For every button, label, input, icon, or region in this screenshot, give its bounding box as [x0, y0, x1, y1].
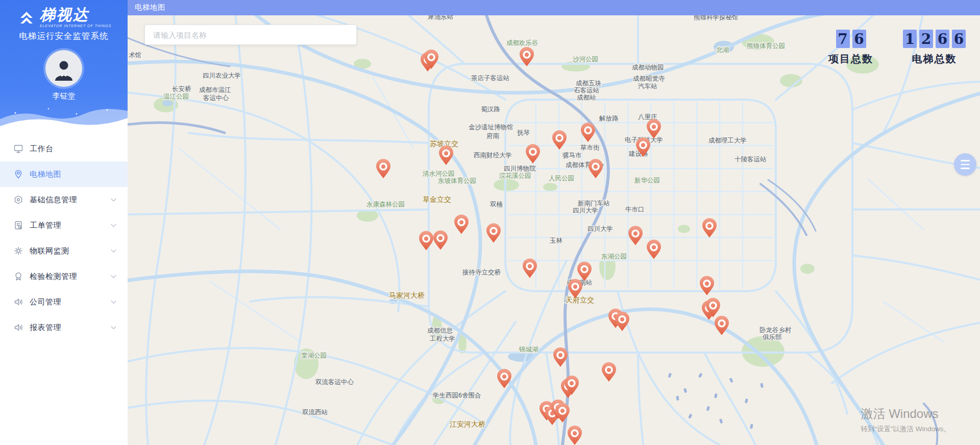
- user-icon: [48, 53, 79, 84]
- brand-subtitle: ELEVATOR INTERNET OF THINGS: [40, 24, 111, 28]
- map-label: 熊猫科学探秘馆: [694, 15, 739, 21]
- stat-projects: 76项目总数: [828, 30, 873, 66]
- sidebar-item-work-order[interactable]: 工单管理: [0, 213, 128, 238]
- map-label: 接待寺立交桥: [462, 269, 501, 276]
- map-label: 解放路: [599, 115, 619, 122]
- system-name: 电梯运行安全监管系统: [0, 31, 128, 42]
- map-label: 茶店子客运站: [471, 75, 510, 82]
- speaker-icon: [13, 322, 23, 333]
- hex-target-icon: [13, 195, 23, 205]
- map-label: 草市街: [580, 144, 600, 151]
- chevron-down-icon: [111, 326, 116, 330]
- map-label: 江安河大桥: [450, 420, 485, 428]
- map-label: 四川农业大学: [203, 72, 241, 79]
- chevron-down-icon: [111, 275, 116, 278]
- badge-icon: [13, 271, 23, 282]
- sidebar-menu: 工作台电梯地图基础信息管理工单管理物联网监测检验检测管理公司管理报表管理: [0, 132, 128, 340]
- map-menu-button[interactable]: [954, 153, 976, 176]
- map-label: 成都欢乐谷: [506, 39, 538, 46]
- stat-digit: 6: [952, 30, 966, 48]
- map-label: 工程大学: [430, 335, 455, 342]
- sidebar-item-workbench[interactable]: 工作台: [0, 136, 128, 161]
- sidebar-item-label: 电梯地图: [30, 170, 61, 179]
- stat-digit: 1: [903, 30, 917, 48]
- map-label: 新南门车站: [578, 200, 610, 207]
- map-label: 成都信息: [427, 327, 453, 334]
- wave-decoration: [0, 106, 128, 132]
- sidebar-item-label: 工单管理: [30, 221, 61, 230]
- chevron-down-icon: [111, 224, 116, 227]
- page-title: 电梯地图: [135, 3, 165, 12]
- map-label: 成都站: [577, 94, 596, 101]
- map-label: 十陵客运站: [734, 156, 767, 163]
- sidebar-item-label: 报表管理: [30, 323, 61, 333]
- map-label: 成都五块: [576, 80, 601, 87]
- map-label: 牛市口: [625, 206, 645, 213]
- stat-digit: 2: [919, 30, 933, 48]
- chevron-down-icon: [111, 249, 116, 253]
- map-label: 术馆: [129, 52, 141, 59]
- map-label: 双楠: [490, 201, 503, 208]
- doc-search-icon: [13, 220, 23, 230]
- map-label: 抚琴: [517, 129, 530, 136]
- map-label: 四川大学: [587, 225, 613, 232]
- stats-panel: 76项目总数1266电梯总数: [828, 30, 966, 66]
- map-label: 马家河大桥: [389, 291, 425, 299]
- stat-digit: 6: [936, 30, 949, 48]
- map-area: 术馆四川农业大学长安桥成都市温江客运中心温江公园犀浦东站成都欢乐谷沙河公园熊猫科…: [128, 15, 980, 445]
- map-label: 四川大学: [573, 207, 598, 214]
- map-label: 汽车站: [638, 83, 657, 90]
- map-label: 锦城湖: [519, 346, 538, 353]
- map-label: 成都动物园: [632, 64, 664, 71]
- avatar[interactable]: [45, 50, 82, 87]
- map-label: 清水河公园: [423, 170, 455, 177]
- sidebar-item-report[interactable]: 报表管理: [0, 315, 128, 340]
- stat-digit: 6: [852, 30, 866, 48]
- map-label: 北湖: [716, 46, 729, 54]
- topbar: 电梯地图: [128, 0, 980, 15]
- map-label: 西南财经大学: [474, 152, 512, 159]
- map-label: 石客运站: [574, 87, 600, 94]
- map-label: 温江公园: [163, 93, 189, 100]
- map-label: 四川博物院: [504, 165, 536, 172]
- monitor-icon: [13, 144, 23, 154]
- map-label: 天府立交: [566, 296, 594, 304]
- map-label: 熊猫体育公园: [747, 42, 785, 50]
- search-input[interactable]: [144, 25, 357, 45]
- sidebar-item-label: 工作台: [30, 144, 54, 154]
- map-label: 成都理工大学: [708, 137, 747, 144]
- app-window: 梯视达 ELEVATOR INTERNET OF THINGS 电梯运行安全监管…: [0, 0, 980, 445]
- sidebar-item-basic-info[interactable]: 基础信息管理: [0, 187, 128, 213]
- map-label: 犀浦东站: [428, 15, 454, 20]
- brand-name: 梯视达: [40, 7, 111, 22]
- map-label: 府南: [486, 132, 500, 139]
- map-label: 蜀汉路: [481, 106, 500, 113]
- gear-icon: [13, 246, 23, 256]
- map-label: 东坡体育公园: [438, 177, 476, 184]
- sidebar-item-company[interactable]: 公司管理: [0, 289, 128, 315]
- list-icon: [961, 160, 970, 161]
- map-label: 骡马市: [562, 152, 582, 159]
- sidebar-item-label: 基础信息管理: [30, 195, 77, 205]
- stat-digit: 7: [836, 30, 850, 48]
- map-label: 浣花溪公园: [499, 172, 531, 179]
- sidebar-item-iot-monitor[interactable]: 物联网监测: [0, 238, 128, 264]
- sidebar: 梯视达 ELEVATOR INTERNET OF THINGS 电梯运行安全监管…: [0, 0, 128, 445]
- map-label: 学生西园6舍围合: [433, 392, 481, 399]
- map-label: 成都市温江: [199, 86, 231, 93]
- map-label: 卧龙谷乡村: [760, 326, 792, 334]
- speaker-icon: [13, 297, 23, 307]
- map-label: 新华公园: [634, 177, 660, 184]
- map-canvas[interactable]: 术馆四川农业大学长安桥成都市温江客运中心温江公园犀浦东站成都欢乐谷沙河公园熊猫科…: [128, 15, 980, 445]
- brand-logo-icon: [16, 7, 37, 28]
- sidebar-item-label: 物联网监测: [30, 246, 69, 256]
- sidebar-item-elevator-map[interactable]: 电梯地图: [0, 161, 128, 187]
- map-label: 玉林: [550, 237, 563, 244]
- chevron-down-icon: [111, 300, 116, 304]
- chevron-down-icon: [111, 198, 116, 202]
- stat-label: 电梯总数: [912, 52, 957, 66]
- sidebar-item-inspection[interactable]: 检验检测管理: [0, 264, 128, 289]
- map-label: 客运中心: [203, 95, 229, 102]
- map-pin-icon: [13, 169, 23, 179]
- main-panel: 电梯地图: [128, 0, 980, 445]
